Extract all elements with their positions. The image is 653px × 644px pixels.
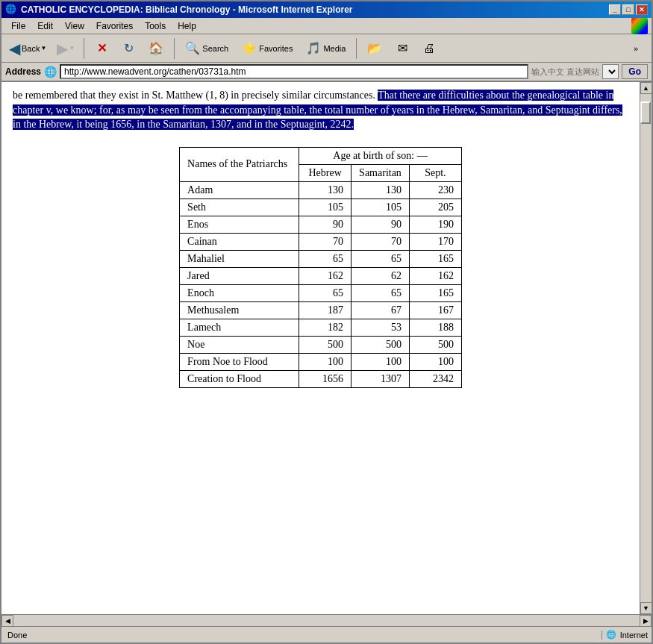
table-row: From Noe to Flood100100100 [180, 353, 462, 370]
home-button[interactable]: 🏠 [143, 39, 169, 57]
status-text: Done [1, 631, 602, 640]
print-button[interactable]: 🖨 [417, 40, 441, 57]
forward-button[interactable]: ▶ ▼ [53, 37, 78, 60]
intro-paragraph: be remembered that they exist in St. Mat… [13, 88, 628, 132]
status-bar: Done 🌐 Internet [1, 626, 652, 643]
history-button[interactable]: 📂 [362, 39, 387, 57]
table-row: Jared16262162 [180, 267, 462, 284]
patriarchs-table: Names of the Patriarchs Age at birth of … [179, 147, 462, 388]
windows-logo [631, 18, 648, 34]
menu-bar: File Edit View Favorites Tools Help [1, 18, 652, 34]
search-button[interactable]: 🔍 Search [180, 39, 234, 57]
more-button[interactable]: » [624, 42, 648, 55]
close-button[interactable]: ✕ [636, 4, 648, 15]
col-names-header: Names of the Patriarchs [180, 147, 299, 181]
table-row: Methusalem18767167 [180, 301, 462, 319]
table-row: Noe500500500 [180, 336, 462, 353]
table-row-total: Creation to Flood165613072342 [180, 370, 462, 387]
favorites-button[interactable]: ⭐ Favorites [237, 39, 298, 57]
menu-file[interactable]: File [5, 19, 31, 33]
back-button[interactable]: ◀ Back ▼ [5, 37, 50, 60]
address-dropdown[interactable] [602, 64, 619, 79]
table-row: Enoch6565165 [180, 284, 462, 301]
scroll-track[interactable] [640, 94, 652, 602]
address-input[interactable] [60, 64, 528, 79]
title-bar: 🌐 CATHOLIC ENCYCLOPEDIA: Biblical Chrono… [1, 1, 652, 18]
internet-icon: 🌐 [606, 630, 616, 640]
address-favicon: 🌐 [44, 66, 57, 78]
scroll-thumb[interactable] [640, 101, 651, 124]
scroll-right-button[interactable]: ▶ [640, 615, 652, 627]
go-button[interactable]: Go [622, 64, 648, 79]
toolbar-separator-3 [356, 38, 357, 59]
col-hebrew-header: Hebrew [299, 164, 352, 181]
menu-edit[interactable]: Edit [31, 19, 59, 33]
status-zone: Internet [620, 631, 648, 640]
table-row: Cainan7070170 [180, 233, 462, 250]
vertical-scrollbar[interactable]: ▲ ▼ [640, 82, 652, 614]
chinese-text: 输入中文 直达网站 [531, 66, 599, 78]
address-label: Address [5, 66, 41, 77]
col-samaritan-header: Samaritan [352, 164, 410, 181]
address-bar: Address 🌐 输入中文 直达网站 Go [1, 63, 652, 82]
menu-view[interactable]: View [59, 19, 90, 33]
toolbar: ◀ Back ▼ ▶ ▼ ✕ ↻ 🏠 🔍 Search ⭐ Fa [1, 34, 652, 63]
menu-help[interactable]: Help [172, 19, 202, 33]
maximize-button[interactable]: □ [622, 4, 634, 15]
title-bar-buttons: _ □ ✕ [609, 4, 648, 15]
minimize-button[interactable]: _ [609, 4, 621, 15]
content-scrollbar-area: be remembered that they exist in St. Mat… [1, 82, 652, 614]
table-row: Mahaliel6565165 [180, 250, 462, 267]
toolbar-separator-2 [174, 38, 175, 59]
menu-tools[interactable]: Tools [139, 19, 172, 33]
menu-favorites[interactable]: Favorites [90, 19, 139, 33]
toolbar-separator-1 [84, 38, 84, 59]
stop-button[interactable]: ✕ [90, 39, 113, 57]
scroll-left-button[interactable]: ◀ [1, 615, 13, 627]
table-row: Enos9090190 [180, 216, 462, 233]
intro-text-plain: be remembered that they exist in St. Mat… [13, 90, 378, 101]
table-header-row-1: Names of the Patriarchs Age at birth of … [180, 147, 462, 164]
ie-window: 🌐 CATHOLIC ENCYCLOPEDIA: Biblical Chrono… [0, 0, 653, 644]
col-sept-header: Sept. [409, 164, 461, 181]
status-right: 🌐 Internet [602, 630, 652, 640]
horizontal-scrollbar[interactable]: ◀ ▶ [1, 614, 652, 626]
scroll-up-button[interactable]: ▲ [640, 82, 652, 94]
scroll-h-track[interactable] [13, 615, 640, 626]
table-row: Seth105105205 [180, 198, 462, 216]
refresh-button[interactable]: ↻ [116, 39, 140, 57]
table-row: Adam130130230 [180, 181, 462, 198]
window-icon: 🌐 [5, 4, 17, 16]
media-button[interactable]: 🎵 Media [301, 39, 351, 57]
mail-button[interactable]: ✉ [390, 39, 414, 57]
content-area: be remembered that they exist in St. Mat… [1, 82, 640, 614]
scroll-down-button[interactable]: ▼ [640, 602, 652, 614]
window-title: CATHOLIC ENCYCLOPEDIA: Biblical Chronolo… [21, 4, 609, 15]
table-row: Lamech18253188 [180, 319, 462, 336]
col-group-header: Age at birth of son: — [299, 147, 462, 164]
